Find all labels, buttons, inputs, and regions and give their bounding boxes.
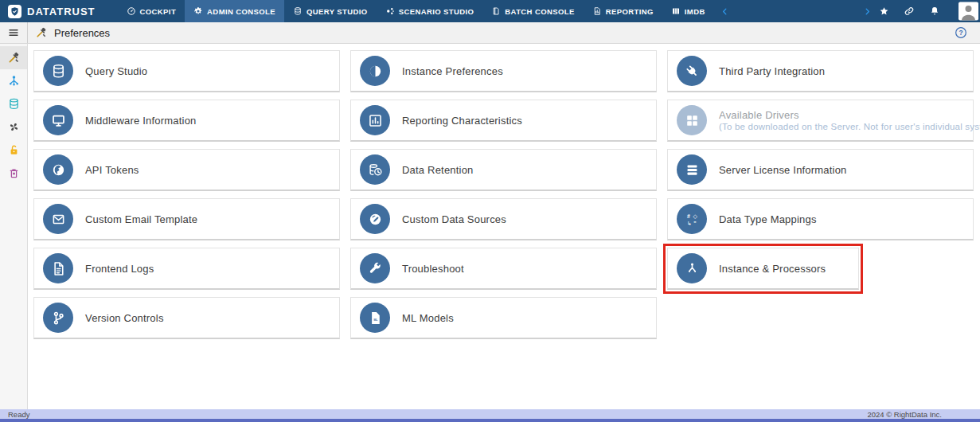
card-server-license-information[interactable]: Server License Information — [667, 149, 974, 191]
db-icon — [293, 6, 303, 16]
top-nav: COCKPIT ADMIN CONSOLE QUERY STUDIO SCENA… — [118, 0, 714, 22]
nav-item-cockpit[interactable]: COCKPIT — [118, 0, 185, 22]
doc-icon — [50, 260, 67, 277]
card-reporting-characteristics[interactable]: Reporting Characteristics — [350, 100, 657, 142]
branch-icon — [50, 310, 67, 326]
preferences-card-grid: Query Studio Instance Preferences Third … — [28, 44, 980, 339]
bottom-accent-strip — [0, 419, 980, 422]
card-middleware-information[interactable]: Middleware Information — [33, 100, 340, 142]
sidebar-item-security[interactable] — [0, 139, 27, 162]
report-icon — [592, 6, 602, 16]
sidebar-item-data-stores[interactable] — [0, 92, 27, 115]
copyright-text: 2024 © RightData Inc. — [867, 410, 942, 419]
card-data-type-mappings[interactable]: Data Type Mappings — [667, 198, 974, 240]
card-api-tokens[interactable]: API Tokens — [33, 149, 340, 191]
gear-icon — [193, 6, 203, 16]
user-avatar[interactable] — [958, 2, 979, 21]
status-text: Ready — [8, 410, 29, 419]
nav-item-scenario-studio[interactable]: SCENARIO STUDIO — [377, 0, 483, 22]
grid-icon — [684, 112, 701, 129]
card-third-party-integration[interactable]: Third Party Integration — [667, 50, 974, 92]
status-bar: Ready 2024 © RightData Inc. — [0, 409, 980, 419]
server-icon — [684, 162, 701, 178]
card-troubleshoot[interactable]: Troubleshoot — [350, 248, 657, 290]
fan-icon — [7, 120, 21, 134]
card-instance-processors[interactable]: Instance & Processors — [667, 248, 859, 290]
table-icon — [671, 6, 681, 16]
globe-icon — [50, 162, 67, 178]
sitemap-icon — [7, 74, 21, 88]
app-logo[interactable]: DATATRUST — [0, 0, 107, 22]
top-actions — [878, 0, 980, 22]
nav-item-admin-console[interactable]: ADMIN CONSOLE — [185, 0, 284, 22]
preferences-tools-icon — [35, 26, 48, 39]
retention-icon — [367, 162, 384, 178]
nav-item-query-studio[interactable]: QUERY STUDIO — [284, 0, 377, 22]
nav-item-imdb[interactable]: IMDB — [662, 0, 714, 22]
db-icon — [7, 97, 21, 111]
monitor-icon — [50, 112, 67, 129]
batch-icon — [491, 6, 501, 16]
scenario-icon — [385, 6, 395, 16]
flow-icon — [684, 260, 701, 277]
chart-icon — [367, 112, 384, 129]
sidebar-item-user-hierarchy[interactable] — [0, 69, 27, 92]
nav-item-reporting[interactable]: REPORTING — [584, 0, 662, 22]
card-instance-preferences[interactable]: Instance Preferences — [350, 50, 657, 92]
top-app-bar: DATATRUST COCKPIT ADMIN CONSOLE QUERY ST… — [0, 0, 980, 22]
sidebar-item-preferences[interactable] — [0, 46, 27, 69]
shield-check-icon — [8, 5, 21, 18]
card-ml-models[interactable]: ML Models — [350, 297, 657, 339]
card-query-studio[interactable]: Query Studio — [33, 50, 340, 92]
card-data-retention[interactable]: Data Retention — [350, 149, 657, 191]
card-available-drivers[interactable]: Available Drivers (To be downloaded on t… — [667, 100, 974, 142]
mlfile-icon — [367, 310, 384, 326]
sidebar-item-recycle-bin[interactable] — [0, 162, 27, 185]
hamburger-menu-icon[interactable] — [0, 22, 28, 43]
trash-icon — [7, 166, 21, 180]
nav-scroll-right-icon[interactable] — [857, 0, 878, 22]
tools-icon — [7, 51, 21, 64]
gauge-icon — [127, 6, 136, 16]
mail-icon — [50, 211, 67, 228]
nav-item-batch-console[interactable]: BATCH CONSOLE — [482, 0, 583, 22]
help-icon[interactable] — [955, 26, 967, 39]
contrast-icon — [367, 63, 384, 80]
main-content: Query Studio Instance Preferences Third … — [28, 44, 980, 409]
card-version-controls[interactable]: Version Controls — [33, 297, 340, 339]
lock-icon — [7, 143, 21, 157]
dbedit-icon — [367, 211, 384, 228]
sidebar-item-automation[interactable] — [0, 115, 27, 139]
app-logo-text: DATATRUST — [27, 6, 96, 18]
page-title: Preferences — [54, 27, 955, 39]
left-sidebar — [0, 44, 28, 409]
wrench-icon — [367, 260, 384, 277]
db-icon — [50, 63, 67, 80]
card-custom-data-sources[interactable]: Custom Data Sources — [350, 198, 657, 240]
plug-icon — [684, 63, 701, 80]
nav-scroll-left-icon[interactable] — [714, 0, 736, 22]
link-icon[interactable] — [904, 6, 916, 18]
page-toolbar: Preferences — [0, 22, 980, 44]
mapping-icon — [684, 211, 701, 228]
card-custom-email-template[interactable]: Custom Email Template — [33, 198, 340, 240]
notifications-bell-icon[interactable] — [929, 6, 941, 18]
app-body: Query Studio Instance Preferences Third … — [0, 44, 980, 409]
favorite-star-icon[interactable] — [878, 6, 890, 18]
card-frontend-logs[interactable]: Frontend Logs — [33, 248, 340, 290]
